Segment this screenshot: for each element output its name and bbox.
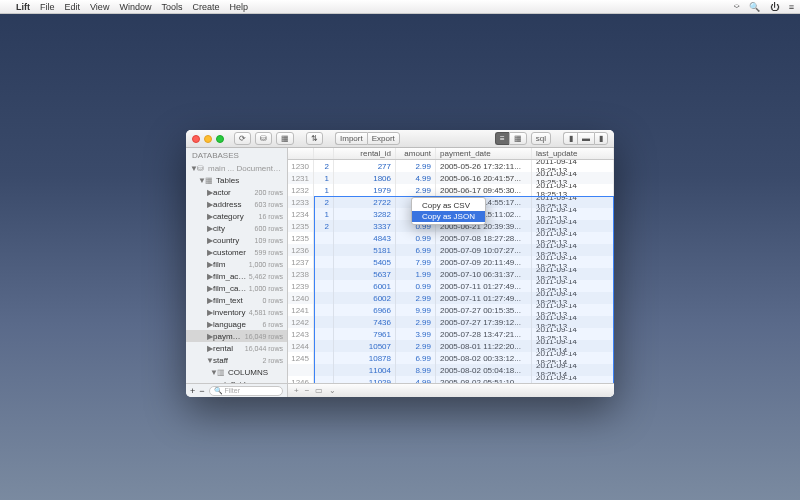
sidebar-item-inventory[interactable]: ▶ inventory 4,581 rows bbox=[186, 306, 287, 318]
filter-input[interactable]: 🔍 Filter bbox=[209, 386, 283, 396]
gutter-header bbox=[288, 148, 314, 159]
sidebar-item-film_category[interactable]: ▶ film_category 1,000 rows bbox=[186, 282, 287, 294]
sidebar: Databases ▼⛁ main ... Documents/Sakila.s… bbox=[186, 148, 288, 397]
table-row[interactable]: 1244 10507 2.99 2005-08-01 11:22:20... 2… bbox=[288, 340, 614, 352]
table-button[interactable]: ▦ bbox=[276, 132, 294, 145]
sidebar-item-rental[interactable]: ▶ rental 16,044 rows bbox=[186, 342, 287, 354]
menu-tools[interactable]: Tools bbox=[161, 2, 182, 12]
table-row[interactable]: 1230 2 277 2.99 2005-05-26 17:32:11... 2… bbox=[288, 160, 614, 172]
table-row[interactable]: 1246 11029 4.99 2005-08-02 05:51:10... 2… bbox=[288, 376, 614, 383]
table-row[interactable]: 1237 5405 7.99 2005-07-09 20:11:49... 20… bbox=[288, 256, 614, 268]
menu-extra-icon[interactable]: ≡ bbox=[789, 2, 794, 12]
remove-row-button[interactable]: − bbox=[305, 386, 310, 395]
search-icon: 🔍 bbox=[214, 387, 223, 395]
view-list-button[interactable]: ≡ bbox=[495, 132, 509, 145]
close-button[interactable] bbox=[192, 135, 200, 143]
sidebar-item-actor[interactable]: ▶ actor 200 rows bbox=[186, 186, 287, 198]
sidebar-item-customer[interactable]: ▶ customer 599 rows bbox=[186, 246, 287, 258]
db-button[interactable]: ⛁ bbox=[255, 132, 272, 145]
table-row[interactable]: 1232 1 1979 2.99 2005-06-17 09:45:30... … bbox=[288, 184, 614, 196]
menu-create[interactable]: Create bbox=[192, 2, 219, 12]
menu-view[interactable]: View bbox=[90, 2, 109, 12]
control-center-icon[interactable]: ⏻ bbox=[770, 2, 779, 12]
table-row[interactable]: 1238 5637 1.99 2005-07-10 06:31:37... 20… bbox=[288, 268, 614, 280]
sidebar-item-city[interactable]: ▶ city 600 rows bbox=[186, 222, 287, 234]
pane-right-button[interactable]: ▮ bbox=[594, 132, 608, 145]
export-button[interactable]: Export bbox=[367, 132, 400, 145]
sidebar-item-payment[interactable]: ▶ payment 16,049 rows bbox=[186, 330, 287, 342]
table-row[interactable]: 11004 8.99 2005-08-02 05:04:18... 2011-0… bbox=[288, 364, 614, 376]
col-header-rental-id[interactable]: rental_id bbox=[334, 148, 396, 159]
sidebar-footer: + − 🔍 Filter bbox=[186, 383, 287, 397]
table-body[interactable]: 1230 2 277 2.99 2005-05-26 17:32:11... 2… bbox=[288, 160, 614, 383]
import-button[interactable]: Import bbox=[335, 132, 367, 145]
menu-window[interactable]: Window bbox=[119, 2, 151, 12]
pane-left-button[interactable]: ▮ bbox=[563, 132, 577, 145]
menu-edit[interactable]: Edit bbox=[65, 2, 81, 12]
column-headers[interactable]: rental_id amount payment_date last_updat… bbox=[288, 148, 614, 160]
sql-button[interactable]: sql bbox=[531, 132, 551, 145]
table-row[interactable]: 1241 6966 9.99 2005-07-27 00:15:35... 20… bbox=[288, 304, 614, 316]
tables-node[interactable]: ▼▦ Tables bbox=[186, 174, 287, 186]
footer-icon[interactable]: ▭ bbox=[315, 386, 323, 395]
add-row-button[interactable]: + bbox=[294, 386, 299, 395]
database-node[interactable]: ▼⛁ main ... Documents/Sakila.sqlite3 bbox=[186, 162, 287, 174]
col-header-last-update[interactable]: last_update bbox=[532, 148, 614, 159]
table-row[interactable]: 1240 6002 2.99 2005-07-11 01:27:49... 20… bbox=[288, 292, 614, 304]
system-menubar: Lift FileEditViewWindowToolsCreateHelp ⌔… bbox=[0, 0, 800, 14]
zoom-button[interactable] bbox=[216, 135, 224, 143]
refresh-button[interactable]: ⟳ bbox=[234, 132, 251, 145]
table-row[interactable]: 1239 6001 0.99 2005-07-11 01:27:49... 20… bbox=[288, 280, 614, 292]
remove-button[interactable]: − bbox=[199, 386, 204, 396]
columns-node[interactable]: ▼▥ COLUMNS bbox=[186, 366, 287, 378]
sidebar-tree: ▼⛁ main ... Documents/Sakila.sqlite3 ▼▦ … bbox=[186, 162, 287, 383]
context-menu-item[interactable]: Copy as CSV bbox=[412, 200, 485, 211]
view-grid-button[interactable]: ▦ bbox=[509, 132, 527, 145]
col-header-amount[interactable]: amount bbox=[396, 148, 436, 159]
table-footer: + − ▭ ⌄ bbox=[288, 383, 614, 397]
context-menu[interactable]: Copy as CSVCopy as JSON bbox=[411, 197, 486, 225]
search-icon[interactable]: 🔍 bbox=[749, 2, 760, 12]
sidebar-item-country[interactable]: ▶ country 109 rows bbox=[186, 234, 287, 246]
wifi-icon[interactable]: ⌔ bbox=[734, 2, 739, 12]
sidebar-header: Databases bbox=[186, 148, 287, 162]
menu-file[interactable]: File bbox=[40, 2, 55, 12]
sidebar-item-staff[interactable]: ▼ staff 2 rows bbox=[186, 354, 287, 366]
menu-help[interactable]: Help bbox=[229, 2, 248, 12]
sidebar-item-film[interactable]: ▶ film 1,000 rows bbox=[186, 258, 287, 270]
window-toolbar: ⟳ ⛁ ▦ ⇅ Import Export ≡ ▦ sql ▮ ▬ ▮ bbox=[186, 130, 614, 148]
pane-bottom-button[interactable]: ▬ bbox=[577, 132, 594, 145]
add-button[interactable]: + bbox=[190, 386, 195, 396]
data-grid: rental_id amount payment_date last_updat… bbox=[288, 148, 614, 397]
filter-button[interactable]: ⇅ bbox=[306, 132, 323, 145]
table-row[interactable]: 1236 5181 6.99 2005-07-09 10:07:27... 20… bbox=[288, 244, 614, 256]
context-menu-item[interactable]: Copy as JSON bbox=[412, 211, 485, 222]
sidebar-item-category[interactable]: ▶ category 16 rows bbox=[186, 210, 287, 222]
table-row[interactable]: 1242 7436 2.99 2005-07-27 17:39:12... 20… bbox=[288, 316, 614, 328]
table-row[interactable]: 1235 4843 0.99 2005-07-08 18:27:28... 20… bbox=[288, 232, 614, 244]
col-header-payment-date[interactable]: payment_date bbox=[436, 148, 532, 159]
minimize-button[interactable] bbox=[204, 135, 212, 143]
folder-icon: ▦ bbox=[205, 176, 214, 185]
database-icon: ⛁ bbox=[197, 164, 206, 173]
sidebar-item-film_text[interactable]: ▶ film_text 0 rows bbox=[186, 294, 287, 306]
app-menu[interactable]: Lift bbox=[16, 2, 30, 12]
columns-icon: ▥ bbox=[217, 368, 226, 377]
dropdown-icon[interactable]: ⌄ bbox=[329, 386, 336, 395]
sidebar-item-address[interactable]: ▶ address 603 rows bbox=[186, 198, 287, 210]
sidebar-item-language[interactable]: ▶ language 6 rows bbox=[186, 318, 287, 330]
col-header[interactable] bbox=[314, 148, 334, 159]
table-row[interactable]: 1245 10878 6.99 2005-08-02 00:33:12... 2… bbox=[288, 352, 614, 364]
table-row[interactable]: 1243 7961 3.99 2005-07-28 13:47:21... 20… bbox=[288, 328, 614, 340]
table-row[interactable]: 1231 1 1806 4.99 2005-06-16 20:41:57... … bbox=[288, 172, 614, 184]
app-window: ⟳ ⛁ ▦ ⇅ Import Export ≡ ▦ sql ▮ ▬ ▮ Data… bbox=[186, 130, 614, 397]
sidebar-item-film_actor[interactable]: ▶ film_actor 5,462 rows bbox=[186, 270, 287, 282]
